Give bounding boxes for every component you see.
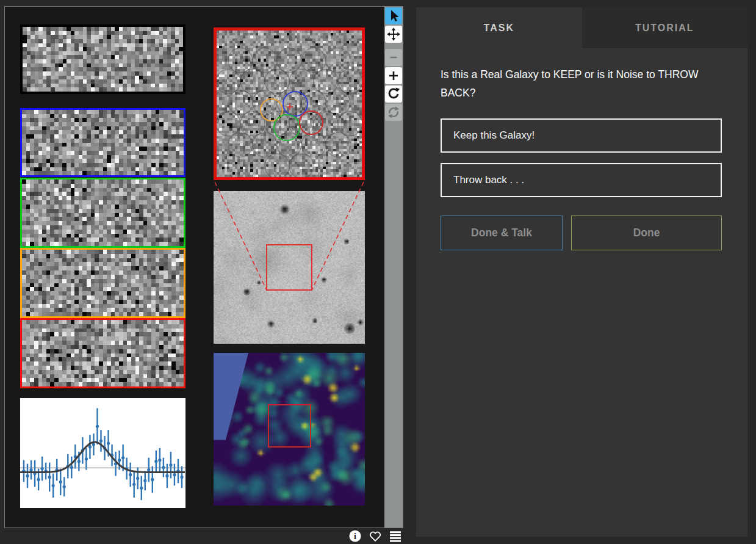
svg-text:i: i bbox=[354, 532, 356, 541]
task-question: Is this a Real Galaxy to KEEP or is it N… bbox=[441, 65, 704, 102]
task-panel: TASK TUTORIAL Is this a Real Galaxy to K… bbox=[416, 7, 747, 537]
plus-icon bbox=[386, 68, 401, 84]
noise-image bbox=[22, 110, 184, 175]
info-icon: i bbox=[348, 529, 362, 543]
action-buttons: Done & Talk Done bbox=[441, 216, 722, 250]
metadata-info-button[interactable]: i bbox=[348, 529, 362, 543]
spectrum-cutout-blue[interactable] bbox=[20, 108, 185, 177]
heatmap-image[interactable] bbox=[214, 353, 365, 506]
noise-image bbox=[217, 31, 362, 177]
zoom-in-button[interactable] bbox=[385, 67, 402, 84]
sky-context-image[interactable] bbox=[214, 191, 365, 344]
heart-icon bbox=[368, 529, 383, 543]
answer-throwback-button[interactable]: Throw back . . . bbox=[441, 163, 722, 197]
task-tabs: TASK TUTORIAL bbox=[416, 7, 747, 48]
sky-noise-image bbox=[214, 191, 365, 344]
tab-task[interactable]: TASK bbox=[416, 7, 582, 48]
spectrum-cutout-red[interactable] bbox=[20, 318, 185, 388]
done-button[interactable]: Done bbox=[571, 216, 722, 250]
viewer-toolbar bbox=[384, 7, 403, 528]
task-content: Is this a Real Galaxy to KEEP or is it N… bbox=[416, 48, 747, 250]
noise-image bbox=[22, 250, 184, 316]
refresh-icon bbox=[386, 104, 401, 120]
viridis-heatmap bbox=[214, 353, 365, 506]
minus-icon bbox=[386, 49, 401, 65]
subject-image-area[interactable] bbox=[5, 7, 385, 528]
noise-image bbox=[22, 180, 184, 246]
zoom-out-button[interactable] bbox=[385, 49, 402, 66]
spectrum-cutout-orange[interactable] bbox=[20, 248, 185, 318]
spectrum-cutout-plain[interactable] bbox=[20, 24, 185, 94]
reset-button[interactable] bbox=[385, 104, 402, 121]
move-icon bbox=[386, 26, 401, 42]
pointer-tool-button[interactable] bbox=[385, 7, 402, 24]
gaussian-fit-chart bbox=[20, 398, 185, 508]
tab-tutorial[interactable]: TUTORIAL bbox=[582, 7, 748, 48]
spectrum-cutout-green[interactable] bbox=[20, 178, 185, 248]
flux-profile-plot bbox=[20, 398, 185, 508]
rotate-icon bbox=[386, 86, 401, 102]
subject-footer-icons: i bbox=[342, 528, 403, 544]
page: { "viewer": { "strips": [ {"name": "cuto… bbox=[0, 0, 756, 544]
move-tool-button[interactable] bbox=[385, 26, 402, 43]
subject-viewer[interactable] bbox=[4, 6, 403, 528]
zoomed-galaxy-cutout[interactable] bbox=[214, 27, 365, 180]
noise-image bbox=[23, 27, 183, 92]
noise-image bbox=[22, 320, 184, 386]
collections-button[interactable] bbox=[388, 529, 403, 543]
rotate-button[interactable] bbox=[385, 85, 402, 103]
favorite-button[interactable] bbox=[368, 529, 383, 543]
cursor-icon bbox=[386, 8, 401, 24]
answer-keep-button[interactable]: Keep this Galaxy! bbox=[441, 118, 722, 153]
done-and-talk-button[interactable]: Done & Talk bbox=[441, 216, 563, 250]
list-icon bbox=[388, 529, 403, 543]
